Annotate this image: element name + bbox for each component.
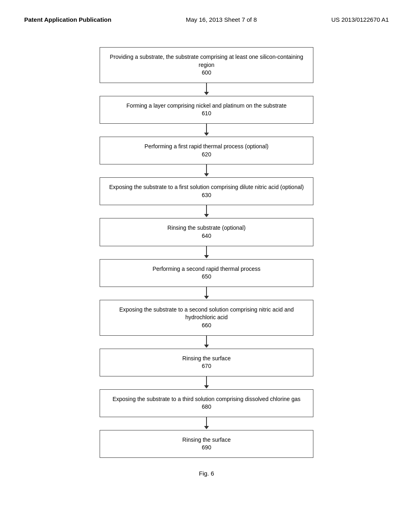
flow-box-670: Rinsing the surface 670: [100, 349, 313, 376]
flow-box-680-text: Exposing the substrate to a third soluti…: [113, 396, 300, 402]
flow-box-620-text: Performing a first rapid thermal process…: [144, 143, 268, 150]
flow-box-610-text: Forming a layer comprising nickel and pl…: [127, 102, 287, 109]
flowchart: Providing a substrate, the substrate com…: [100, 47, 313, 458]
flow-box-610: Forming a layer comprising nickel and pl…: [100, 96, 313, 124]
header-patent-number: US 2013/0122670 A1: [331, 16, 389, 23]
flow-box-670-number: 670: [202, 363, 211, 369]
flow-box-660-number: 660: [202, 322, 211, 328]
flow-box-680-number: 680: [202, 403, 211, 410]
flow-box-680: Exposing the substrate to a third soluti…: [100, 389, 313, 417]
fig-label: Fig. 6: [199, 470, 214, 477]
arrow-1: [204, 83, 209, 96]
flow-box-620: Performing a first rapid thermal process…: [100, 137, 313, 164]
flow-box-600: Providing a substrate, the substrate com…: [100, 47, 313, 83]
flow-box-650: Performing a second rapid thermal proces…: [100, 259, 313, 287]
header-publication-label: Patent Application Publication: [24, 16, 111, 23]
arrow-3: [204, 164, 209, 177]
flow-box-640-text: Rinsing the substrate (optional): [167, 224, 246, 231]
arrow-6: [204, 287, 209, 300]
flow-box-600-number: 600: [202, 69, 211, 76]
arrow-2: [204, 124, 209, 137]
arrow-9: [204, 417, 209, 430]
flow-box-650-text: Performing a second rapid thermal proces…: [152, 266, 261, 272]
arrow-4: [204, 205, 209, 218]
arrow-7: [204, 336, 209, 349]
header-date-sheet: May 16, 2013 Sheet 7 of 8: [186, 16, 257, 23]
page-header: Patent Application Publication May 16, 2…: [0, 0, 413, 31]
flow-box-630-text: Exposing the substrate to a first soluti…: [109, 184, 304, 190]
flow-box-630-number: 630: [202, 192, 211, 198]
flow-box-650-number: 650: [202, 273, 211, 280]
flow-box-690-text: Rinsing the surface: [182, 436, 231, 443]
flow-box-690: Rinsing the surface 690: [100, 430, 313, 458]
arrow-8: [204, 376, 209, 389]
flow-box-670-text: Rinsing the surface: [182, 355, 231, 362]
flow-box-620-number: 620: [202, 151, 211, 158]
flow-box-640-number: 640: [202, 233, 211, 239]
flow-box-690-number: 690: [202, 444, 211, 451]
flow-box-640: Rinsing the substrate (optional) 640: [100, 218, 313, 246]
flow-box-600-text: Providing a substrate, the substrate com…: [110, 54, 303, 68]
diagram-container: Providing a substrate, the substrate com…: [0, 31, 413, 489]
flow-box-660: Exposing the substrate to a second solut…: [100, 300, 313, 336]
flow-box-610-number: 610: [202, 110, 211, 116]
arrow-5: [204, 246, 209, 259]
flow-box-660-text: Exposing the substrate to a second solut…: [119, 306, 294, 321]
flow-box-630: Exposing the substrate to a first soluti…: [100, 177, 313, 205]
